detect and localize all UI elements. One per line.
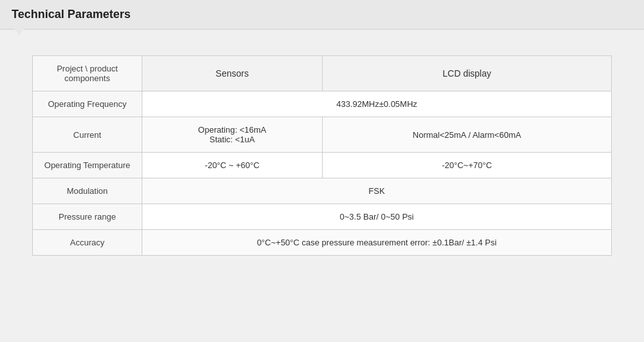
row-label: Accuracy (33, 230, 142, 256)
table-row: Accuracy0°C~+50°C case pressure measurem… (33, 230, 612, 256)
row-label: Current (33, 117, 142, 153)
header: Technical Parameters (0, 0, 644, 30)
row-value-span: 0~3.5 Bar/ 0~50 Psi (142, 204, 612, 230)
page-title: Technical Parameters (12, 8, 131, 21)
row-value-span: 433.92MHz±0.05MHz (142, 91, 612, 117)
row-label: Operating Temperature (33, 153, 142, 178)
table-row: ModulationFSK (33, 178, 612, 204)
header-lcd-col: LCD display (323, 56, 612, 91)
content-area: Project \ product components Sensors LCD… (0, 30, 644, 269)
arrow-down-icon (14, 29, 24, 35)
table-row: CurrentOperating: <16mAStatic: <1uANorma… (33, 117, 612, 153)
row-lcd: -20°C~+70°C (323, 153, 612, 178)
row-label: Operating Frequency (33, 91, 142, 117)
technical-parameters-table: Project \ product components Sensors LCD… (32, 55, 612, 256)
row-label: Pressure range (33, 204, 142, 230)
row-lcd: Normal<25mA / Alarm<60mA (323, 117, 612, 153)
table-row: Operating Frequency433.92MHz±0.05MHz (33, 91, 612, 117)
row-value-span: FSK (142, 178, 612, 204)
row-sensors: -20°C ~ +60°C (142, 153, 323, 178)
table-row: Pressure range0~3.5 Bar/ 0~50 Psi (33, 204, 612, 230)
table-header-row: Project \ product components Sensors LCD… (33, 56, 612, 91)
header-label-col: Project \ product components (33, 56, 142, 91)
table-row: Operating Temperature-20°C ~ +60°C-20°C~… (33, 153, 612, 178)
row-sensors: Operating: <16mAStatic: <1uA (142, 117, 323, 153)
row-value-span: 0°C~+50°C case pressure measurement erro… (142, 230, 612, 256)
header-sensors-col: Sensors (142, 56, 323, 91)
row-label: Modulation (33, 178, 142, 204)
page-container: Technical Parameters Project \ product c… (0, 0, 644, 342)
